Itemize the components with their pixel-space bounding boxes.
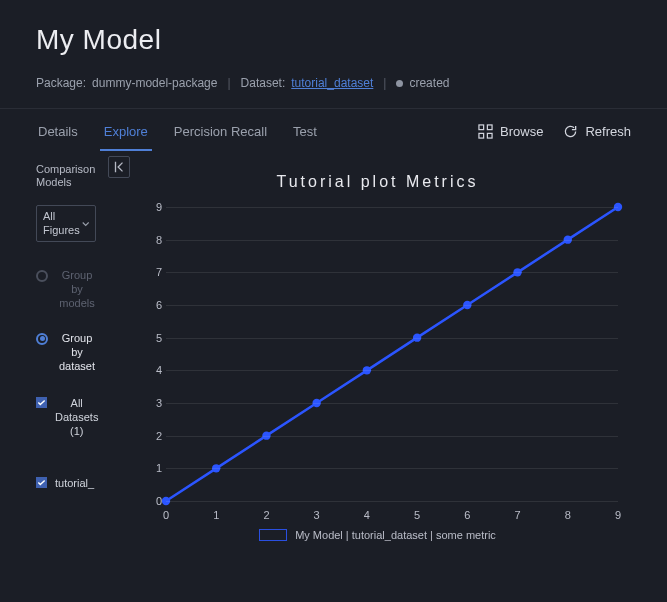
gridline bbox=[166, 207, 618, 208]
x-tick-label: 3 bbox=[314, 509, 320, 521]
refresh-button[interactable]: Refresh bbox=[563, 124, 631, 139]
y-tick-label: 2 bbox=[138, 430, 162, 442]
gridline bbox=[166, 240, 618, 241]
gridline bbox=[166, 305, 618, 306]
tabs: Details Explore Percision Recall Test bbox=[36, 109, 319, 153]
chart-plot: 01234567890123456789 bbox=[138, 207, 618, 527]
tab-explore[interactable]: Explore bbox=[102, 112, 150, 151]
y-tick-label: 4 bbox=[138, 364, 162, 376]
legend-label: My Model | tutorial_dataset | some metri… bbox=[295, 529, 496, 541]
x-tick-label: 9 bbox=[615, 509, 621, 521]
gridline bbox=[166, 370, 618, 371]
group-by-models-label: Group by models bbox=[56, 268, 98, 311]
gridline bbox=[166, 338, 618, 339]
gridline bbox=[166, 272, 618, 273]
chevron-down-icon bbox=[82, 219, 89, 229]
group-by-models-radio[interactable]: Group by models bbox=[36, 268, 98, 311]
checkbox-icon bbox=[36, 397, 47, 408]
chart-title: Tutorial plot Metrics bbox=[116, 173, 639, 191]
dataset-link[interactable]: tutorial_dataset bbox=[291, 76, 373, 90]
svg-rect-0 bbox=[479, 124, 484, 129]
legend-swatch-icon bbox=[259, 529, 287, 541]
x-tick-label: 1 bbox=[213, 509, 219, 521]
refresh-icon bbox=[563, 124, 578, 139]
gridline bbox=[166, 436, 618, 437]
tab-details[interactable]: Details bbox=[36, 112, 80, 151]
x-tick-label: 7 bbox=[514, 509, 520, 521]
y-tick-label: 0 bbox=[138, 495, 162, 507]
x-tick-label: 4 bbox=[364, 509, 370, 521]
browse-button[interactable]: Browse bbox=[478, 124, 543, 139]
status-dot-icon bbox=[396, 80, 403, 87]
figures-dropdown-label: All Figures bbox=[43, 210, 82, 236]
refresh-label: Refresh bbox=[585, 124, 631, 139]
separator: | bbox=[383, 76, 386, 90]
x-tick-label: 5 bbox=[414, 509, 420, 521]
page-title: My Model bbox=[36, 24, 631, 56]
chart-line bbox=[166, 207, 618, 501]
y-tick-label: 3 bbox=[138, 397, 162, 409]
tab-percision-recall[interactable]: Percision Recall bbox=[172, 112, 269, 151]
all-datasets-checkbox[interactable]: All Datasets (1) bbox=[36, 396, 98, 439]
chart-area: Tutorial plot Metrics 012345678901234567… bbox=[106, 153, 667, 602]
x-tick-label: 2 bbox=[263, 509, 269, 521]
dataset-label: Dataset: bbox=[241, 76, 286, 90]
group-by-dataset-radio[interactable]: Group by dataset bbox=[36, 331, 98, 374]
svg-rect-3 bbox=[487, 133, 492, 138]
dataset-item-label: tutorial_ bbox=[55, 476, 94, 490]
meta-row: Package: dummy-model-package | Dataset: … bbox=[36, 76, 631, 90]
y-tick-label: 6 bbox=[138, 299, 162, 311]
y-tick-label: 1 bbox=[138, 462, 162, 474]
gridline bbox=[166, 501, 618, 502]
tab-test[interactable]: Test bbox=[291, 112, 319, 151]
x-tick-label: 0 bbox=[163, 509, 169, 521]
all-datasets-label: All Datasets (1) bbox=[55, 396, 98, 439]
status-text: created bbox=[409, 76, 449, 90]
chart-legend: My Model | tutorial_dataset | some metri… bbox=[116, 529, 639, 541]
separator: | bbox=[227, 76, 230, 90]
svg-rect-2 bbox=[479, 133, 484, 138]
grid-icon bbox=[478, 124, 493, 139]
sidebar-heading: Comparison Models bbox=[36, 163, 98, 189]
svg-rect-1 bbox=[487, 124, 492, 129]
dataset-item-checkbox[interactable]: tutorial_ bbox=[36, 476, 98, 490]
gridline bbox=[166, 403, 618, 404]
y-tick-label: 8 bbox=[138, 234, 162, 246]
radio-icon bbox=[36, 333, 48, 345]
checkbox-icon bbox=[36, 477, 47, 488]
package-name: dummy-model-package bbox=[92, 76, 217, 90]
gridline bbox=[166, 468, 618, 469]
radio-icon bbox=[36, 270, 48, 282]
sidebar: Comparison Models All Figures Group by m… bbox=[0, 153, 106, 602]
x-tick-label: 8 bbox=[565, 509, 571, 521]
browse-label: Browse bbox=[500, 124, 543, 139]
x-tick-label: 6 bbox=[464, 509, 470, 521]
y-tick-label: 5 bbox=[138, 332, 162, 344]
y-tick-label: 9 bbox=[138, 201, 162, 213]
group-by-dataset-label: Group by dataset bbox=[56, 331, 98, 374]
package-label: Package: bbox=[36, 76, 86, 90]
figures-dropdown[interactable]: All Figures bbox=[36, 205, 96, 241]
y-tick-label: 7 bbox=[138, 266, 162, 278]
